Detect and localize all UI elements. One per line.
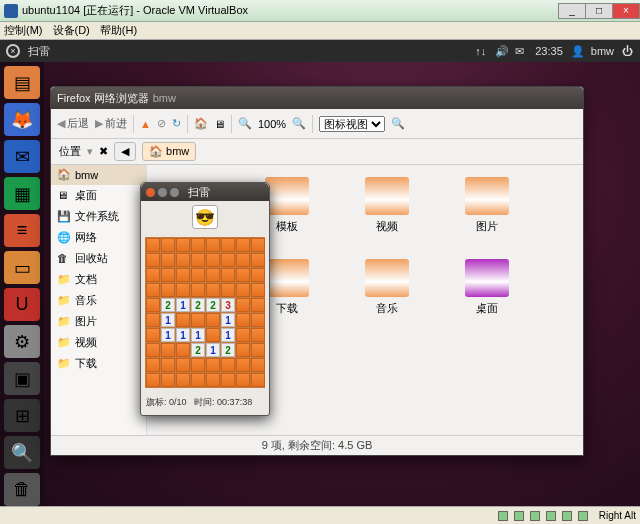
home-icon[interactable]: 🏠 [194,117,208,130]
mines-cell[interactable] [146,283,160,297]
mines-cell[interactable]: 1 [161,313,175,327]
launcher-calc[interactable]: ▦ [4,177,40,210]
mines-cell[interactable] [161,343,175,357]
mines-cell[interactable]: 2 [161,298,175,312]
mines-cell[interactable] [206,238,220,252]
mines-cell[interactable] [161,268,175,282]
mines-cell[interactable]: 3 [221,298,235,312]
search-icon[interactable]: 🔍 [391,117,405,130]
launcher-thunderbird[interactable]: ✉ [4,140,40,173]
vbox-menu-help[interactable]: 帮助(H) [100,23,137,38]
launcher-writer[interactable]: ≡ [4,214,40,247]
mines-cell[interactable]: 1 [176,328,190,342]
mines-cell[interactable] [146,358,160,372]
mines-cell[interactable] [161,358,175,372]
location-clear-icon[interactable]: ✖ [99,145,108,158]
sidebar-item[interactable]: 🏠bmw [51,165,146,185]
mines-cell[interactable] [251,238,265,252]
mines-cell[interactable] [221,373,235,387]
mines-cell[interactable] [191,238,205,252]
folder-item[interactable]: 图片 [437,177,537,255]
topbar-close-icon[interactable]: × [6,44,20,58]
mines-cell[interactable] [251,313,265,327]
launcher-impress[interactable]: ▭ [4,251,40,284]
mines-cell[interactable] [206,283,220,297]
sidebar-item[interactable]: 🌐网络 [51,227,146,248]
mines-cell[interactable] [161,253,175,267]
vbox-menu-devices[interactable]: 设备(D) [53,23,90,38]
mines-cell[interactable]: 1 [221,328,235,342]
mines-cell[interactable] [191,313,205,327]
reload-icon[interactable]: ↻ [172,117,181,130]
mines-cell[interactable] [221,283,235,297]
mines-max-orb[interactable] [170,188,179,197]
mines-cell[interactable] [221,238,235,252]
mines-cell[interactable]: 1 [221,313,235,327]
mines-cell[interactable] [236,268,250,282]
mines-cell[interactable]: 1 [176,298,190,312]
sidebar-item[interactable]: 💾文件系统 [51,206,146,227]
up-icon[interactable]: ▲ [140,118,151,130]
vbox-min-button[interactable]: _ [558,3,586,19]
launcher-software[interactable]: U [4,288,40,321]
mines-cell[interactable] [146,298,160,312]
nautilus-titlebar[interactable]: Firefox 网络浏览器 bmw [51,87,583,109]
sidebar-item[interactable]: 📁图片 [51,311,146,332]
mines-cell[interactable] [206,328,220,342]
mines-close-orb[interactable] [146,188,155,197]
mines-cell[interactable] [161,373,175,387]
sidebar-item[interactable]: 📁下载 [51,353,146,374]
launcher-trash[interactable]: 🗑 [4,473,40,506]
mines-cell[interactable] [236,238,250,252]
launcher-settings[interactable]: ⚙ [4,325,40,358]
mines-min-orb[interactable] [158,188,167,197]
mines-cell[interactable] [176,343,190,357]
mines-cell[interactable] [251,358,265,372]
mines-cell[interactable] [191,283,205,297]
power-icon[interactable]: ⏻ [622,45,634,57]
mines-cell[interactable] [176,373,190,387]
mines-cell[interactable] [146,328,160,342]
mines-cell[interactable] [176,253,190,267]
mines-cell[interactable] [236,298,250,312]
mail-icon[interactable]: ✉ [515,45,527,57]
topbar-user[interactable]: bmw [591,45,614,57]
mines-cell[interactable] [236,343,250,357]
mines-cell[interactable] [191,358,205,372]
folder-item[interactable]: 桌面 [437,259,537,337]
mines-cell[interactable] [146,253,160,267]
mines-cell[interactable] [176,238,190,252]
back-button[interactable]: ◀后退 [57,116,89,131]
mines-cell[interactable] [251,253,265,267]
mines-cell[interactable] [206,313,220,327]
sidebar-item[interactable]: 🖥桌面 [51,185,146,206]
mines-cell[interactable] [146,343,160,357]
mines-cell[interactable]: 2 [191,298,205,312]
computer-icon[interactable]: 🖥 [214,118,225,130]
mines-cell[interactable] [221,358,235,372]
mines-cell[interactable]: 2 [206,298,220,312]
mines-cell[interactable] [236,283,250,297]
mines-cell[interactable] [191,373,205,387]
mines-cell[interactable] [251,328,265,342]
mines-cell[interactable] [236,328,250,342]
sidebar-item[interactable]: 📁文档 [51,269,146,290]
mines-cell[interactable] [206,253,220,267]
mines-titlebar[interactable]: 扫雷 [141,183,269,201]
mines-cell[interactable] [161,283,175,297]
folder-item[interactable]: 音乐 [337,259,437,337]
mines-cell[interactable]: 1 [206,343,220,357]
forward-button[interactable]: ▶前进 [95,116,127,131]
mines-cell[interactable] [191,253,205,267]
mines-cell[interactable] [146,313,160,327]
mines-cell[interactable]: 1 [161,328,175,342]
launcher-search[interactable]: 🔍 [4,436,40,469]
launcher-workspaces[interactable]: ▣ [4,362,40,395]
folder-item[interactable]: 视频 [337,177,437,255]
mines-cell[interactable] [206,268,220,282]
stop-icon[interactable]: ⊘ [157,117,166,130]
sidebar-item[interactable]: 🗑回收站 [51,248,146,269]
mines-cell[interactable] [236,358,250,372]
mines-cell[interactable] [251,283,265,297]
mines-cell[interactable] [146,238,160,252]
